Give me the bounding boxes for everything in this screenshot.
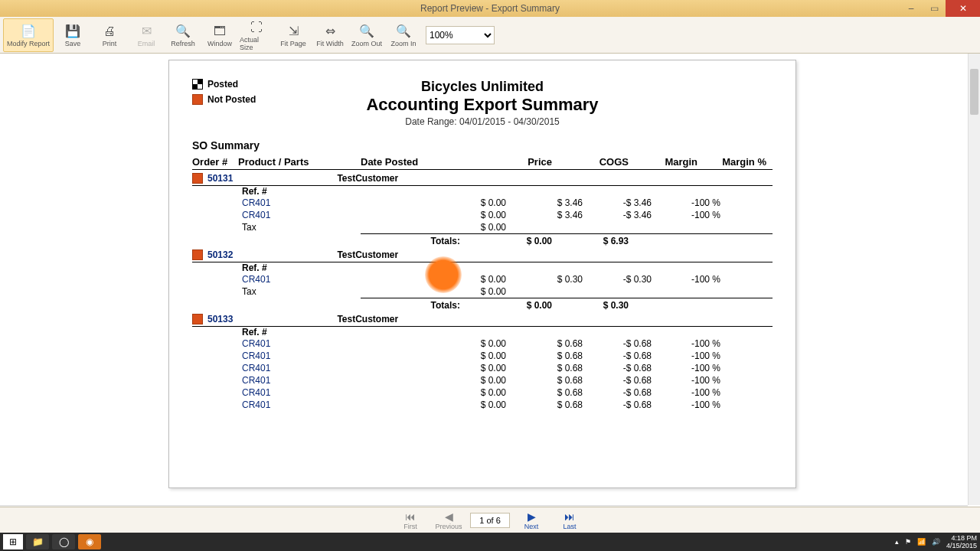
close-button[interactable]: ✕ [946,0,980,17]
order-line: CR401 $ 0.00 $ 0.68 -$ 0.68 -100 % [192,386,773,399]
product-link[interactable]: CR401 [192,363,315,373]
app-icon[interactable]: ◉ [78,534,101,549]
notposted-icon [192,173,203,184]
last-icon: ⏭ [564,510,575,523]
company-name: Bicycles Unlimited [192,79,773,95]
modify-icon: 📄 [20,23,37,40]
fitpage-icon: ⇲ [285,23,302,40]
email-button[interactable]: ✉ Email [129,18,164,52]
legend: Posted Not Posted [192,79,256,109]
toolbar: 📄 Modify Report 💾 Save 🖨 Print ✉ Email 🔍… [0,17,980,54]
save-button[interactable]: 💾 Save [55,18,90,52]
order-block: 50131 TestCustomerRef. #CR401 $ 0.00 $ 3… [192,170,773,246]
email-icon: ✉ [138,23,155,40]
modify-report-button[interactable]: 📄 Modify Report [3,18,54,52]
column-headers: Order # Product / Parts Date Posted Pric… [192,156,773,170]
refresh-icon: 🔍 [175,23,191,40]
order-totals: Totals: $ 0.00 $ 6.93 [361,233,773,246]
zoomout-icon: 🔍 [358,23,375,40]
actualsize-icon: ⛶ [248,19,265,36]
taskbar: ⊞ 📁 ◯ ◉ ▴ ⚑ 📶 🔊 4:18 PM 4/15/2015 [0,533,980,551]
minimize-button[interactable]: – [900,0,923,17]
posted-icon [192,79,203,90]
report-viewport: Posted Not Posted Bicycles Unlimited Acc… [0,54,980,517]
explorer-icon[interactable]: 📁 [26,534,49,549]
previous-page-button[interactable]: ◀Previous [432,510,466,530]
order-line: CR401 $ 0.00 $ 3.46 -$ 3.46 -100 % [192,197,773,209]
notposted-icon [192,94,203,105]
zoom-select[interactable]: 100% [426,26,495,44]
system-tray: ▴ ⚑ 📶 🔊 4:18 PM 4/15/2015 [895,534,977,549]
page-nav: ⏮First ◀Previous ▶Next ⏭Last [0,507,980,533]
previous-icon: ◀ [445,510,453,523]
zoomin-icon: 🔍 [395,23,412,40]
product-link[interactable]: CR401 [192,197,315,208]
report-title: Accounting Export Summary [192,95,773,115]
notposted-icon [192,314,203,324]
notposted-icon [192,249,203,260]
customer-name: TestCustomer [337,314,398,324]
tray-up-icon[interactable]: ▴ [895,538,899,546]
save-icon: 💾 [64,23,81,40]
action-center-icon[interactable]: ⚑ [905,538,911,546]
title-bar: Report Preview - Export Summary – ▭ ✕ [0,0,980,17]
order-line: CR401 $ 0.00 $ 0.68 -$ 0.68 -100 % [192,350,773,362]
clock[interactable]: 4:18 PM 4/15/2015 [946,534,977,549]
order-line: CR401 $ 0.00 $ 0.68 -$ 0.68 -100 % [192,374,773,386]
product-link[interactable]: CR401 [192,375,315,386]
refresh-button[interactable]: 🔍 Refresh [165,18,201,52]
product-link[interactable]: CR401 [192,350,315,361]
date-range: Date Range: 04/01/2015 - 04/30/2015 [192,116,773,127]
order-line: CR401 $ 0.00 $ 0.68 -$ 0.68 -100 % [192,399,773,411]
order-line: CR401 $ 0.00 $ 0.30 -$ 0.30 -100 % [192,273,773,285]
print-icon: 🖨 [101,23,118,40]
zoom-in-button[interactable]: 🔍 Zoom In [386,18,421,52]
order-number-link[interactable]: 50133 [207,314,233,324]
next-icon: ▶ [528,510,536,523]
ref-label: Ref. # [192,186,773,197]
order-number-link[interactable]: 50132 [207,249,233,260]
customer-name: TestCustomer [337,249,398,260]
fitwidth-icon: ⇔ [322,23,338,40]
maximize-button[interactable]: ▭ [923,0,946,17]
first-icon: ⏮ [405,510,416,523]
tax-line: Tax $ 0.00 [192,285,773,298]
start-button[interactable]: ⊞ [3,534,23,549]
window-title: Report Preview - Export Summary [420,3,560,14]
window-icon: 🗔 [211,23,228,40]
volume-icon[interactable]: 🔊 [932,538,940,546]
order-block: 50133 TestCustomerRef. #CR401 $ 0.00 $ 0… [192,311,773,411]
wifi-icon[interactable]: 📶 [917,538,926,546]
order-line: CR401 $ 0.00 $ 0.68 -$ 0.68 -100 % [192,362,773,374]
ref-label: Ref. # [192,262,773,273]
product-link[interactable]: CR401 [192,399,315,410]
fit-page-button[interactable]: ⇲ Fit Page [276,18,311,52]
fit-width-button[interactable]: ⇔ Fit Width [312,18,348,52]
first-page-button[interactable]: ⏮First [394,510,427,530]
product-link[interactable]: CR401 [192,338,315,349]
actual-size-button[interactable]: ⛶ Actual Size [239,18,274,52]
window-button[interactable]: 🗔 Window [202,18,237,52]
tax-line: Tax $ 0.00 [192,221,773,233]
vertical-scrollbar[interactable] [968,54,980,505]
product-link[interactable]: CR401 [192,210,315,220]
customer-name: TestCustomer [337,173,398,184]
order-line: CR401 $ 0.00 $ 3.46 -$ 3.46 -100 % [192,209,773,221]
report-page: Posted Not Posted Bicycles Unlimited Acc… [168,60,796,488]
chrome-icon[interactable]: ◯ [52,534,75,549]
zoom-out-button[interactable]: 🔍 Zoom Out [349,18,384,52]
next-page-button[interactable]: ▶Next [514,510,548,530]
ref-label: Ref. # [192,327,773,337]
print-button[interactable]: 🖨 Print [92,18,127,52]
order-totals: Totals: $ 0.00 $ 0.30 [361,298,773,311]
order-block: 50132 TestCustomerRef. #CR401 $ 0.00 $ 0… [192,246,773,311]
order-line: CR401 $ 0.00 $ 0.68 -$ 0.68 -100 % [192,337,773,350]
product-link[interactable]: CR401 [192,387,315,398]
page-indicator[interactable] [470,513,510,528]
section-title: SO Summary [192,139,773,152]
order-number-link[interactable]: 50131 [207,173,233,184]
last-page-button[interactable]: ⏭Last [553,510,586,530]
product-link[interactable]: CR401 [192,274,315,285]
